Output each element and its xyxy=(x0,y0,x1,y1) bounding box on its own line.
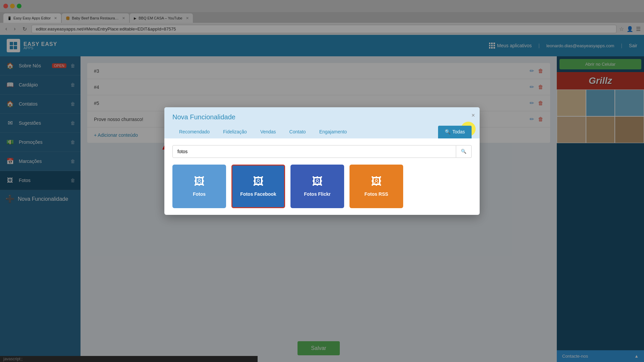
tab-engajamento[interactable]: Engajamento xyxy=(313,126,354,138)
feature-cards-row: 🖼 Fotos 🖼 Fotos Facebook 🖼 Fotos Flickr … xyxy=(172,165,472,208)
fotos-card-icon: 🖼 xyxy=(194,175,205,188)
tab-engajamento-label: Engajamento xyxy=(319,129,347,134)
feature-card-fotos-facebook[interactable]: 🖼 Fotos Facebook xyxy=(231,165,285,208)
feature-card-fotos-rss[interactable]: 🖼 Fotos RSS xyxy=(350,165,403,208)
tab-vendas-label: Vendas xyxy=(260,129,276,134)
todas-tab-wrapper: 🔍 Todas xyxy=(438,126,472,138)
modal-title: Nova Funcionalidade xyxy=(172,113,472,126)
modal-tabs: Recomendado Fidelização Vendas Contato E… xyxy=(172,126,472,138)
feature-card-fotos[interactable]: 🖼 Fotos xyxy=(172,165,226,208)
tab-recomendado-label: Recomendado xyxy=(179,129,210,134)
tab-contato-label: Contato xyxy=(289,129,306,134)
fotos-rss-card-icon: 🖼 xyxy=(371,175,382,188)
modal-body: 🔍 🖼 Fotos 🖼 Fotos Facebook 🖼 Fotos Flick… xyxy=(164,138,480,215)
fotos-flickr-card-label: Fotos Flickr xyxy=(304,191,330,197)
search-row: 🔍 xyxy=(172,145,472,158)
modal-overlay[interactable]: Nova Funcionalidade × Recomendado Fideli… xyxy=(0,0,644,362)
tab-vendas[interactable]: Vendas xyxy=(254,126,283,138)
fotos-card-label: Fotos xyxy=(193,191,206,197)
feature-card-fotos-flickr[interactable]: 🖼 Fotos Flickr xyxy=(290,165,344,208)
search-button[interactable]: 🔍 xyxy=(456,145,472,158)
fotos-rss-card-label: Fotos RSS xyxy=(365,191,388,197)
modal-close-button[interactable]: × xyxy=(471,112,475,119)
search-input[interactable] xyxy=(172,145,456,158)
tab-contato[interactable]: Contato xyxy=(283,126,313,138)
fotos-flickr-card-icon: 🖼 xyxy=(312,175,323,188)
search-icon: 🔍 xyxy=(445,129,450,134)
tab-todas[interactable]: 🔍 Todas xyxy=(438,126,472,138)
tab-fidelizacao-label: Fidelização xyxy=(223,129,247,134)
tab-todas-label: Todas xyxy=(452,129,465,134)
fotos-facebook-card-label: Fotos Facebook xyxy=(240,191,276,197)
fotos-facebook-card-icon: 🖼 xyxy=(253,175,264,188)
modal-header: Nova Funcionalidade × Recomendado Fideli… xyxy=(164,107,480,138)
tab-fidelizacao[interactable]: Fidelização xyxy=(216,126,254,138)
tab-recomendado[interactable]: Recomendado xyxy=(172,126,216,138)
nova-funcionalidade-modal: Nova Funcionalidade × Recomendado Fideli… xyxy=(164,107,480,215)
